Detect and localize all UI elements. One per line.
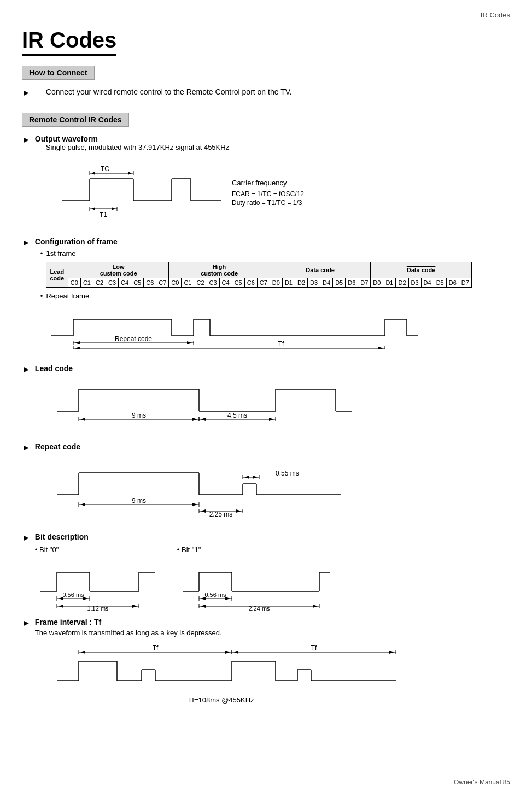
svg-marker-36 [187,341,192,344]
page-header: IR Codes [22,11,510,22]
bit-desc-title: Bit description [35,532,89,541]
lead-code-title: Lead code [35,364,73,373]
section-remote-ir-codes: Remote Control IR Codes ► Output wavefor… [22,108,510,718]
bit-description-section: ► Bit description • Bit "0" [22,532,510,612]
arrow-icon-4: ► [22,365,31,374]
bit-c5-1: C5 [131,278,144,288]
frame-code-table: Leadcode Lowcustom code Highcustom code … [46,262,472,288]
how-to-connect-content: ► Connect your wired remote control to t… [22,87,510,102]
bit-d1-2: D1 [383,278,396,288]
bit-d1-1: D1 [282,278,295,288]
arrow-icon-3: ► [22,238,31,248]
tf-formula: Tf=108ms @455KHz [188,696,254,704]
svg-marker-84 [253,476,258,479]
repeat-code-section: ► Repeat code [22,442,510,527]
frame-interval-diagram: Tf Tf Tf=108ms @455KHz [46,642,510,710]
bit-d4-1: D4 [320,278,333,288]
waveform-svg: TC T1 Carrier frequency FCAR = 1/TC = fO… [46,157,319,222]
bit-d2-1: D2 [295,278,307,288]
bit0-112ms: 1.12 ms [87,605,109,611]
bit-d0-2: D0 [371,278,383,288]
bit-d6-2: D6 [446,278,459,288]
svg-marker-55 [192,418,197,421]
high-custom-header: Highcustom code [169,262,270,278]
repeat-code-svg: 9 ms 2.25 ms 0.55 ms [46,456,352,517]
output-waveform-title: Output waveform [35,134,98,143]
bit-d3-2: D3 [408,278,421,288]
svg-marker-83 [244,476,249,479]
tf1-label: Tf [153,644,159,652]
frame-interval-section: ► Frame interval : Tf The waveform is tr… [22,618,510,718]
svg-marker-74 [192,503,197,506]
bit-c4-1: C4 [119,278,131,288]
svg-marker-144 [233,651,238,654]
frame-interval-title: Frame interval : Tf [35,618,101,626]
tc-label: TC [101,165,109,173]
bit-c7-2: C7 [257,278,270,288]
bit-c5-2: C5 [232,278,244,288]
arrow-icon: ► [22,88,31,98]
bit-c1-2: C1 [182,278,194,288]
low-custom-header: Lowcustom code [68,262,169,278]
arrow-icon-6: ► [22,533,31,543]
svg-marker-139 [80,651,85,654]
bit-c6-1: C6 [144,278,156,288]
lead-code-diagram: 9 ms 4.5 ms [46,378,510,429]
bit-c3-1: C3 [106,278,119,288]
repeat-frame-diagram: Repeat code Tf [46,306,510,351]
bit0-svg: 0.56 ms 1.12 ms [35,556,155,611]
bit-c3-2: C3 [207,278,219,288]
bit-c0-1: C0 [68,278,80,288]
section-how-to-connect: How to Connect ► Connect your wired remo… [22,61,510,102]
bit-c4-2: C4 [219,278,232,288]
repeat-code-diagram: 9 ms 2.25 ms 0.55 ms [46,456,510,518]
lead-9ms-label: 9 ms [132,412,146,419]
bit-d2-2: D2 [396,278,408,288]
first-frame-label: 1st frame [40,249,510,257]
repeat-9ms-label: 9 ms [132,497,146,505]
repeat-055ms-label: 0.55 ms [276,470,299,477]
repeat-225ms-label: 2.25 ms [209,511,233,517]
repeat-code-title: Repeat code [35,442,80,451]
configuration-section: ► Configuration of frame 1st frame Leadc… [22,237,510,360]
bits-row: C0C1C2C3 C4C5C6C7 C0C1C2C3 C4C5C6C7 D0D1… [46,278,471,288]
arrow-icon-5: ► [22,443,31,453]
data-code2-header: Data code [371,262,472,278]
svg-marker-12 [91,172,95,175]
bit-d5-1: D5 [333,278,346,288]
svg-marker-73 [80,503,85,506]
data-code1-header: Data code [270,262,371,278]
bit1-056ms: 0.56 ms [204,591,226,598]
lead-code-section: ► Lead code [22,364,510,438]
page-info: Owner's Manual 85 [454,778,510,786]
svg-marker-13 [128,172,132,175]
svg-marker-59 [201,418,206,421]
bit-c6-2: C6 [244,278,257,288]
carrier-waveform-diagram: TC T1 Carrier frequency FCAR = 1/TC = fO… [46,157,510,224]
svg-marker-60 [269,418,274,421]
svg-marker-118 [313,605,318,608]
how-to-connect-label: How to Connect [22,66,95,80]
svg-marker-78 [201,509,206,513]
carrier-freq-label: Carrier frequency [232,179,287,187]
bit-c2-1: C2 [93,278,106,288]
tf-label-repeat: Tf [278,340,284,348]
remote-ir-codes-label: Remote Control IR Codes [22,113,129,127]
header-title: IR Codes [481,11,510,19]
bit-d5-2: D5 [434,278,446,288]
bit-c0-2: C0 [169,278,182,288]
bit-d7-2: D7 [459,278,471,288]
bit1-label: • Bit "1" [177,546,330,554]
bit1-svg: 0.56 ms 2.24 ms [177,556,330,611]
fcar-formula: FCAR = 1/TC = fOSC/12 [232,190,304,198]
duty-ratio: Duty ratio = T1/TC = 1/3 [232,199,302,207]
bit0-label: • Bit "0" [35,546,155,554]
bit-diagrams-container: • Bit "0" [35,546,510,612]
repeat-frame-label: Repeat frame [40,292,510,300]
bit1-diagram: • Bit "1" [177,546,330,612]
lead-code-header: Leadcode [46,262,68,288]
svg-marker-140 [225,651,230,654]
svg-marker-79 [236,509,241,513]
lead-code-svg: 9 ms 4.5 ms [46,378,352,427]
bit1-224ms: 2.24 ms [248,605,270,611]
